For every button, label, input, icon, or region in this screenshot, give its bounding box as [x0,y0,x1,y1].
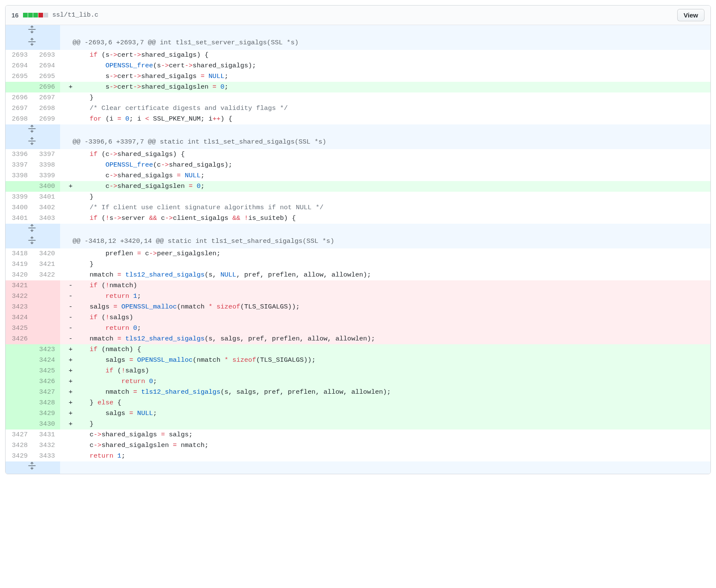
new-line-number[interactable]: 3400 [33,181,60,192]
old-line-number[interactable]: 3424 [6,312,33,323]
diff-row-add: 3400+ c->shared_sigalgslen = 0; [6,181,710,192]
code-cell: /* If client use client signature algori… [60,202,710,213]
old-line-number[interactable]: 3421 [6,280,33,291]
expand-cell[interactable] [6,137,60,149]
hunk-header-text: @@ -3396,6 +3397,7 @@ static int tls1_se… [60,137,710,149]
expand-cell[interactable] [6,37,60,50]
file-path[interactable]: ssl/t1_lib.c [52,12,98,19]
new-line-number[interactable]: 2697 [33,92,60,103]
old-line-number[interactable]: 3418 [6,248,33,259]
unfold-icon [28,37,36,46]
diff-row-exp [6,25,710,37]
expand-cell[interactable] [6,124,60,137]
expand-cell[interactable] [6,236,60,248]
diff-row-del: 3423- salgs = OPENSSL_malloc(nmatch * si… [6,302,710,312]
expand-cell[interactable] [6,25,60,37]
code-cell: c->shared_sigalgslen = nmatch; [60,440,710,451]
diff-row-ctx: 34273431 c->shared_sigalgs = salgs; [6,429,710,440]
old-line-number[interactable]: 3401 [6,213,33,224]
old-line-number[interactable]: 3420 [6,270,33,280]
new-line-number[interactable]: 3422 [33,270,60,280]
diff-row-add: 3429+ salgs = NULL; [6,408,710,419]
diff-row-del: 3424- if (!salgs) [6,312,710,323]
diff-row-ctx: 33963397 if (c->shared_sigalgs) { [6,149,710,160]
new-line-number[interactable]: 3402 [33,202,60,213]
code-cell: if (s->cert->shared_sigalgs) { [60,50,710,61]
diff-row-ctx: 34283432 c->shared_sigalgslen = nmatch; [6,440,710,451]
code-cell: + if (nmatch) { [60,344,710,355]
new-line-number[interactable]: 2698 [33,103,60,114]
diff-row-add: 3423+ if (nmatch) { [6,344,710,355]
old-line-number[interactable]: 3400 [6,202,33,213]
old-line-number[interactable]: 3397 [6,160,33,170]
new-line-number[interactable]: 3430 [33,419,60,429]
new-line-number[interactable]: 3426 [33,376,60,387]
new-line-number[interactable]: 2694 [33,61,60,71]
new-line-number[interactable]: 3420 [33,248,60,259]
code-cell: } [60,192,710,202]
code-cell: - if (!nmatch) [60,280,710,291]
old-line-number [6,398,33,408]
new-line-number[interactable]: 3429 [33,408,60,419]
old-line-number[interactable]: 2695 [6,71,33,82]
diffstat-square-del [38,13,43,17]
old-line-number[interactable]: 3423 [6,302,33,312]
file-header: 16 ssl/t1_lib.c View [6,6,710,25]
old-line-number[interactable]: 3425 [6,323,33,334]
old-line-number[interactable]: 3399 [6,192,33,202]
expand-cell[interactable] [6,461,60,474]
new-line-number[interactable]: 3423 [33,344,60,355]
diff-row-del: 3426- nmatch = tls12_shared_sigalgs(s, s… [6,334,710,344]
old-line-number[interactable]: 3419 [6,259,33,270]
old-line-number[interactable]: 3398 [6,170,33,181]
old-line-number[interactable]: 2693 [6,50,33,61]
diff-row-ctx: 33983399 c->shared_sigalgs = NULL; [6,170,710,181]
code-cell: preflen = c->peer_sigalgslen; [60,248,710,259]
new-line-number[interactable]: 2699 [33,114,60,124]
new-line-number[interactable]: 3398 [33,160,60,170]
new-line-number[interactable]: 3403 [33,213,60,224]
diff-row-add: 3426+ return 0; [6,376,710,387]
diff-row-ctx: 34183420 preflen = c->peer_sigalgslen; [6,248,710,259]
unfold-icon [28,25,36,34]
old-line-number[interactable]: 2694 [6,61,33,71]
hunk-header-text: @@ -3418,12 +3420,14 @@ static int tls1_… [60,236,710,248]
new-line-number[interactable]: 3421 [33,259,60,270]
new-line-number[interactable]: 3425 [33,366,60,376]
code-cell: + s->cert->shared_sigalgslen = 0; [60,82,710,92]
diff-row-add: 3427+ nmatch = tls12_shared_sigalgs(s, s… [6,387,710,398]
new-line-number[interactable]: 3428 [33,398,60,408]
new-line-number[interactable]: 2693 [33,50,60,61]
diff-row-add: 3424+ salgs = OPENSSL_malloc(nmatch * si… [6,355,710,366]
old-line-number[interactable]: 2698 [6,114,33,124]
new-line-number[interactable]: 3399 [33,170,60,181]
hunk-header-text: @@ -2693,6 +2693,7 @@ int tls1_set_serve… [60,37,710,50]
diff-row-exp [6,224,710,236]
new-line-number[interactable]: 2696 [33,82,60,92]
diffstat-square-add [33,13,38,17]
view-file-button[interactable]: View [677,9,704,21]
new-line-number[interactable]: 3431 [33,429,60,440]
old-line-number[interactable]: 2696 [6,92,33,103]
code-cell: - return 1; [60,291,710,302]
new-line-number[interactable]: 3424 [33,355,60,366]
new-line-number[interactable]: 3401 [33,192,60,202]
old-line-number[interactable]: 3396 [6,149,33,160]
old-line-number[interactable]: 3428 [6,440,33,451]
expand-cell[interactable] [6,224,60,236]
old-line-number[interactable]: 3429 [6,451,33,461]
new-line-number[interactable]: 3427 [33,387,60,398]
new-line-number[interactable]: 2695 [33,71,60,82]
code-cell: - salgs = OPENSSL_malloc(nmatch * sizeof… [60,302,710,312]
diff-row-exp [6,461,710,474]
new-line-number[interactable]: 3432 [33,440,60,451]
diff-row-add: 3425+ if (!salgs) [6,366,710,376]
old-line-number[interactable]: 2697 [6,103,33,114]
old-line-number[interactable]: 3422 [6,291,33,302]
new-line-number[interactable]: 3433 [33,451,60,461]
old-line-number[interactable]: 3427 [6,429,33,440]
old-line-number[interactable]: 3426 [6,334,33,344]
new-line-number[interactable]: 3397 [33,149,60,160]
diff-row-ctx: 26932693 if (s->cert->shared_sigalgs) { [6,50,710,61]
code-cell: s->cert->shared_sigalgs = NULL; [60,71,710,82]
